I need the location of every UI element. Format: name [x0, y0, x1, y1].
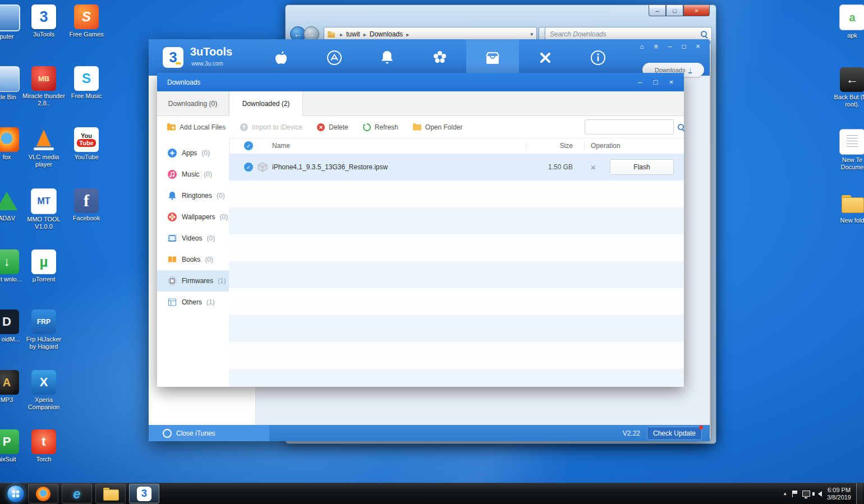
- taskbar-item-explorer[interactable]: [95, 484, 126, 503]
- home-icon[interactable]: ⌂: [638, 43, 646, 50]
- vlc-icon: [31, 127, 56, 152]
- menu-icon[interactable]: ≡: [652, 43, 660, 50]
- taskbar-clock[interactable]: 6:09 PM 3/8/2019: [827, 487, 851, 501]
- remove-file-icon[interactable]: ×: [591, 163, 596, 172]
- refresh-button[interactable]: Refresh: [362, 123, 398, 132]
- row-checkbox[interactable]: ✓: [244, 163, 253, 172]
- folder-icon: [103, 488, 118, 500]
- volume-icon[interactable]: [815, 491, 822, 497]
- recycle-bin-icon: [0, 66, 20, 92]
- desktop-icon-3utools[interactable]: 3uTools: [22, 4, 65, 38]
- tab-downloading[interactable]: Downloading (0): [157, 91, 229, 115]
- column-header-size[interactable]: Size: [560, 142, 573, 150]
- desktop-icon-mmo-tool[interactable]: MMO TOOL V1.0.0: [22, 188, 65, 230]
- utorrent-icon: [31, 249, 56, 274]
- sidebar-item-music[interactable]: Music (0): [157, 164, 229, 185]
- breadcrumb-item-downloads[interactable]: Downloads: [370, 30, 403, 38]
- 3utools-logo: 3: [163, 47, 183, 68]
- desktop-icon-facebook[interactable]: Facebook: [65, 188, 108, 222]
- taskbar-item-3utools[interactable]: 3: [129, 484, 159, 503]
- delete-icon: [316, 123, 325, 132]
- taskbar-item-firefox[interactable]: [28, 484, 58, 503]
- column-header-name[interactable]: Name: [272, 142, 290, 150]
- select-all-checkbox[interactable]: ✓: [244, 141, 253, 150]
- desktop-icon-miracle-thunder[interactable]: Miracle thunder 2.8..: [22, 66, 65, 107]
- check-update-button[interactable]: Check Update: [647, 427, 702, 440]
- taskbar-item-internet-explorer[interactable]: e: [62, 484, 92, 503]
- explorer-close-button[interactable]: ×: [683, 5, 710, 16]
- desktop-icon-torch[interactable]: Torch: [22, 429, 65, 463]
- free-games-icon: [74, 4, 99, 29]
- folder-icon: [328, 31, 336, 38]
- desktop-icon-utorrent[interactable]: µTorrent: [22, 249, 65, 283]
- sidebar-item-firmwares[interactable]: Firmwares (1): [157, 270, 229, 292]
- sidebar-label: Music: [182, 170, 199, 178]
- close-icon[interactable]: ×: [668, 78, 675, 86]
- 3utools-header: 3 3uTools www.3u.com: [149, 39, 710, 76]
- sidebar-item-apps[interactable]: Apps (0): [157, 142, 229, 164]
- tab-downloaded[interactable]: Downloaded (2): [229, 91, 303, 116]
- sidebar-label: Wallpapers: [182, 213, 215, 221]
- nav-notifications[interactable]: [361, 39, 413, 76]
- main-nav: [255, 39, 624, 76]
- desktop-icon-label: YouTube: [65, 154, 108, 161]
- minimize-icon[interactable]: –: [636, 78, 644, 86]
- dialog-search-input[interactable]: [588, 123, 677, 132]
- apps-icon: [167, 148, 177, 158]
- nav-appstore[interactable]: [308, 39, 361, 76]
- search-icon: [677, 123, 685, 131]
- check-update-label: Check Update: [653, 429, 696, 437]
- add-local-files-label: Add Local Files: [180, 123, 226, 131]
- download-arrow-icon: ↓: [688, 66, 692, 73]
- desktop-icon-new-text-document[interactable]: New Te Docume: [831, 129, 864, 171]
- sidebar-item-others[interactable]: Others (1): [157, 292, 229, 313]
- explorer-minimize-button[interactable]: –: [649, 5, 666, 16]
- desktop-icon-youtube[interactable]: YouTube: [65, 127, 108, 161]
- address-dropdown-icon[interactable]: ▾: [530, 31, 533, 37]
- sidebar-item-books[interactable]: Books (0): [157, 249, 229, 270]
- table-row[interactable]: ✓ iPhone4,1_9.3.5_13G36_Restore.ipsw 1.5…: [229, 154, 684, 181]
- desktop-icon-apk[interactable]: apk: [831, 4, 864, 39]
- desktop-icon-frp-hijacker[interactable]: Frp HiJacker by Hagard: [22, 309, 65, 350]
- desktop-icon-free-music[interactable]: Free Music: [65, 66, 108, 100]
- network-icon[interactable]: [802, 491, 810, 497]
- open-folder-button[interactable]: Open Folder: [412, 123, 463, 131]
- restore-icon[interactable]: □: [652, 78, 659, 86]
- desktop-icon-label: Free Music: [65, 93, 108, 100]
- minimize-icon[interactable]: –: [666, 43, 674, 50]
- add-local-files-button[interactable]: Add Local Files: [167, 123, 226, 131]
- desktop-icon-vlc[interactable]: VLC media player: [22, 127, 65, 168]
- delete-button[interactable]: Delete: [316, 123, 348, 132]
- desktop-icon-back-button[interactable]: Back But (No root).: [831, 67, 864, 108]
- maximize-icon[interactable]: □: [680, 43, 688, 50]
- close-itunes-button[interactable]: Close iTunes: [149, 425, 269, 441]
- desktop-icon-free-games[interactable]: Free Games: [65, 4, 108, 38]
- nav-toolbox[interactable]: [519, 39, 572, 76]
- nav-idevice[interactable]: [255, 39, 308, 76]
- desktop-icon-xperia-companion[interactable]: Xperia Companion: [22, 370, 65, 411]
- start-button[interactable]: [7, 485, 25, 503]
- forward-arrow-icon: →: [307, 30, 315, 39]
- nav-info[interactable]: [572, 39, 624, 76]
- close-icon[interactable]: ×: [694, 43, 702, 50]
- sidebar-item-wallpapers[interactable]: Wallpapers (0): [157, 206, 229, 228]
- column-header-operation[interactable]: Operation: [591, 142, 621, 150]
- explorer-maximize-button[interactable]: □: [666, 5, 683, 16]
- mp3-icon: [0, 370, 19, 395]
- firmware-chip-icon: [167, 276, 177, 286]
- sidebar-item-videos[interactable]: Videos (0): [157, 228, 229, 249]
- dialog-title-bar[interactable]: Downloads – □ ×: [157, 73, 684, 91]
- tray-expand-icon[interactable]: ▲: [783, 491, 787, 496]
- breadcrumb-item-root[interactable]: tuwit: [346, 30, 360, 38]
- import-to-idevice-button[interactable]: Import to iDevice: [240, 123, 302, 132]
- sidebar-item-ringtones[interactable]: Ringtones (0): [157, 185, 229, 206]
- nav-wallpapers[interactable]: [413, 39, 466, 76]
- flash-button[interactable]: Flash: [610, 159, 674, 175]
- dialog-search-box[interactable]: [585, 119, 674, 135]
- action-center-icon[interactable]: [792, 491, 797, 497]
- search-input[interactable]: [549, 30, 700, 39]
- desktop-icon-new-folder[interactable]: New fold: [831, 191, 864, 224]
- nav-downloads[interactable]: [466, 39, 519, 76]
- show-desktop-button[interactable]: [856, 483, 863, 504]
- desktop-icon-label: Back But (No root).: [831, 94, 864, 108]
